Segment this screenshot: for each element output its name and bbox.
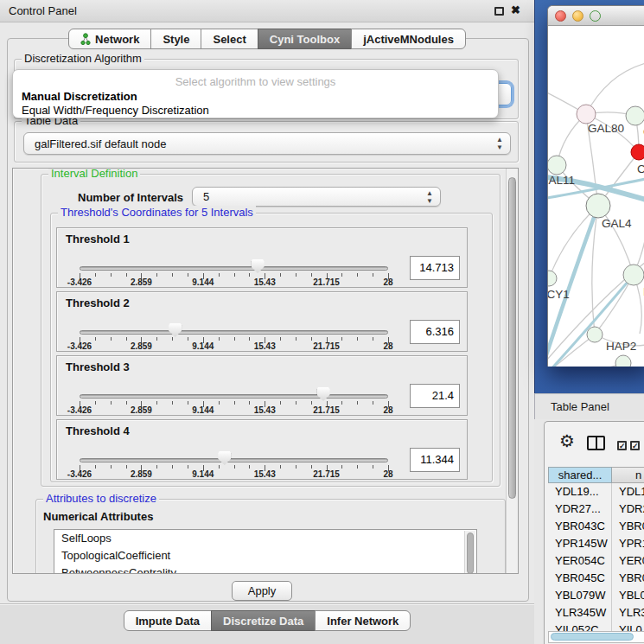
network-node-gal4[interactable]	[586, 194, 610, 218]
checkbox-checked-icon[interactable]: ✓	[617, 441, 627, 450]
table-horizontal-scrollbar[interactable]	[548, 631, 644, 643]
slider-tick	[219, 337, 220, 341]
threshold-4-slider-track[interactable]	[80, 458, 388, 462]
number-of-intervals-combo[interactable]: 5 ▲▼	[192, 187, 441, 207]
table-cell[interactable]: YBR045C	[548, 570, 612, 587]
gear-icon[interactable]: ⚙	[559, 432, 575, 450]
slider-tick	[249, 465, 250, 469]
table-cell[interactable]: YDL1	[612, 483, 644, 501]
network-node-c[interactable]	[631, 144, 644, 160]
slider-tick-label: 2.859	[115, 405, 167, 415]
attributes-scrollbar[interactable]	[464, 531, 475, 574]
slider-tick	[296, 465, 296, 469]
slider-tick-label: 28	[362, 405, 414, 415]
bottom-tab-infer-network[interactable]: Infer Network	[315, 610, 411, 631]
slider-tick	[280, 337, 281, 341]
bottom-tab-discretize-data-label: Discretize Data	[223, 615, 303, 628]
column-header-n[interactable]: n	[612, 467, 644, 483]
threshold-4-slider-handle[interactable]	[218, 451, 231, 465]
table-cell[interactable]: YBR043C	[548, 518, 612, 535]
network-canvas[interactable]: GAL80GACGAL11GAL4GCY1HHAP2	[548, 26, 644, 367]
threshold-2-slider-track[interactable]	[80, 330, 388, 335]
table-cell[interactable]: YDL19...	[548, 483, 612, 501]
slider-tick-label: 15.43	[239, 341, 290, 351]
slider-tick	[357, 273, 358, 277]
float-window-icon[interactable]	[494, 7, 504, 16]
threshold-3-value-field[interactable]: 21.4	[410, 384, 460, 408]
threshold-4-value-field[interactable]: 11.344	[410, 448, 460, 472]
slider-tick	[188, 337, 188, 341]
attribute-item-betweennesscentrality[interactable]: BetweennessCentrality	[54, 564, 476, 574]
table-cell[interactable]: YLR345W	[548, 604, 612, 622]
slider-tick	[249, 401, 250, 405]
attributes-scrollbar-thumb[interactable]	[467, 532, 474, 574]
threshold-1-value-field[interactable]: 14.713	[410, 256, 460, 280]
table-cell[interactable]: YBR0	[612, 518, 644, 535]
table-cell[interactable]: YPR1	[612, 535, 644, 552]
network-node-ga[interactable]	[626, 106, 644, 125]
network-node-hap2[interactable]	[587, 327, 603, 342]
table-cell[interactable]: YBL0	[612, 587, 644, 604]
apply-button[interactable]: Apply	[232, 581, 292, 601]
slider-tick	[357, 337, 358, 341]
tab-network[interactable]: Network	[68, 29, 151, 49]
discretization-algorithm-group-title: Discretization Algorithm	[22, 52, 144, 65]
slider-tick-label: 9.144	[177, 341, 229, 351]
threshold-3-box: Threshold 3-3.4262.8599.14415.4321.71528…	[56, 355, 468, 416]
slider-tick	[341, 465, 342, 469]
network-node-label: C	[637, 163, 644, 175]
table-cell[interactable]: YPR145W	[548, 535, 612, 552]
minimize-window-icon[interactable]	[572, 10, 583, 22]
threshold-4-label: Threshold 4	[66, 424, 130, 437]
algorithm-option-manual-discretization[interactable]: Manual Discretization	[22, 90, 137, 103]
checkbox-checked-icon[interactable]: ✓	[630, 441, 640, 450]
slider-tick	[156, 401, 157, 405]
threshold-1-slider-track[interactable]	[80, 266, 388, 271]
network-node-h[interactable]	[623, 265, 644, 285]
bottom-tab-bar: Impute DataDiscretize DataInfer Network	[0, 610, 534, 631]
zoom-window-icon[interactable]	[590, 10, 601, 22]
threshold-3-slider-track[interactable]	[80, 394, 388, 399]
table-cell[interactable]: YBR0	[612, 570, 644, 587]
table-cell[interactable]: YDR27...	[548, 501, 612, 518]
slider-tick	[311, 465, 312, 469]
network-node-gal80[interactable]	[577, 105, 596, 124]
split-view-icon[interactable]	[587, 436, 605, 450]
network-node-gal11[interactable]	[548, 156, 566, 175]
close-window-icon[interactable]	[555, 10, 566, 22]
settings-scrollbar[interactable]	[506, 169, 518, 573]
attribute-item-selfloops[interactable]: SelfLoops	[54, 530, 476, 547]
attribute-item-topologicalcoefficient[interactable]: TopologicalCoefficient	[54, 547, 476, 564]
slider-tick	[126, 337, 127, 341]
table-data-combo[interactable]: galFiltered.sif default node ▲▼	[23, 132, 511, 155]
table-cell[interactable]: YBL079W	[548, 587, 612, 604]
slider-tick	[188, 401, 188, 405]
threshold-2-value-field[interactable]: 6.316	[410, 320, 460, 344]
bottom-tab-impute-data[interactable]: Impute Data	[124, 610, 212, 631]
settings-scrollbar-thumb[interactable]	[508, 177, 516, 499]
slider-tick	[280, 273, 281, 277]
table-cell[interactable]: YDR2	[612, 501, 644, 518]
numerical-attributes-list[interactable]: SelfLoopsTopologicalCoefficientBetweenne…	[54, 529, 477, 574]
algorithm-option-equal-width-frequency[interactable]: Equal Width/Frequency Discretization	[22, 104, 209, 117]
table-horizontal-scrollbar-thumb[interactable]	[551, 633, 634, 641]
app-root: Control Panel ✖ NetworkStyleSelectCyni T…	[0, 0, 644, 644]
bottom-tab-discretize-data[interactable]: Discretize Data	[211, 610, 316, 631]
close-icon[interactable]: ✖	[511, 3, 520, 16]
tab-style[interactable]: Style	[150, 29, 201, 49]
threshold-3-slider-handle[interactable]	[317, 387, 330, 401]
network-window-titlebar[interactable]	[548, 6, 644, 26]
table-cell[interactable]: YER0	[612, 552, 644, 570]
table-cell[interactable]: YER054C	[548, 552, 612, 570]
network-node-gcy1[interactable]	[548, 271, 557, 286]
attributes-group: Attributes to discretize Numerical Attri…	[35, 499, 506, 574]
column-header-shared[interactable]: shared...	[548, 467, 612, 483]
tab-jactivemnodules[interactable]: jActiveMNodules	[351, 29, 466, 49]
threshold-1-slider-handle[interactable]	[252, 259, 265, 273]
network-node[interactable]	[615, 355, 631, 367]
slider-tick	[111, 401, 112, 405]
table-cell[interactable]: YLR3	[612, 604, 644, 622]
threshold-2-slider-handle[interactable]	[169, 323, 182, 337]
tab-cyni-toolbox[interactable]: Cyni Toolbox	[258, 29, 352, 49]
tab-select[interactable]: Select	[201, 29, 258, 49]
